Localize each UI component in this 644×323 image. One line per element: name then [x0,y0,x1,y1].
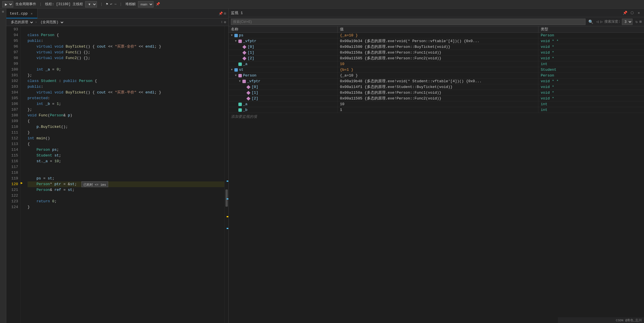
watch-refresh-icon[interactable]: ↻ [635,19,638,24]
watch-row-ps-vfptr-0[interactable]: [0] 0x00a11500 {多态的原理.exe!Person::BuyTic… [229,44,644,50]
watch-title: 监视 1 [231,10,243,15]
ln-115: 115 [6,153,18,158]
watch-row-st-b[interactable]: _b 1 int [229,107,644,113]
current-line-arrow: ▶ [21,181,23,185]
icon-st-vfptr [242,80,246,83]
ln-109: 109 [6,118,18,124]
toolbar-select-stack[interactable]: main [138,1,153,7]
ln-119: 119 [6,176,18,181]
nav-next-icon[interactable]: ▷ [600,19,603,24]
code-line-119: ps = st; [28,176,224,181]
tab-label: test.cpp [10,11,28,16]
minimap-indicator-1 [227,181,228,182]
breadcrumb-settings-icon[interactable]: ⚙ [224,20,226,24]
tab-icon-pin[interactable]: 📌 [219,11,223,16]
toolbar-select-thread[interactable]: ▼ [85,1,97,7]
editor-pane: test.cpp ✕ 📌 ⊟ 多态的原理 › (全局范围) ↕ ⚙ [6,9,229,323]
watch-row-ps-vfptr[interactable]: ▼ _vfptr 0x00a19b34 {多态的原理.exe!void(* Pe… [229,38,644,44]
toolbar-sep-2: | [100,2,102,6]
code-line-108: void Func(Person& p) [28,113,224,118]
search-button[interactable]: 🔍 [587,19,594,25]
ln-101: 101 [6,73,18,78]
code-line-110: p.BuyTicket(); [28,124,224,130]
icon-ps [234,34,238,37]
gutter: ▶ [21,26,25,323]
watch-row-st-a[interactable]: _a 10 int [229,101,644,107]
watch-value-st-vfptr: 0x00a19b48 {多态的原理.exe!void(* Student::vf… [338,79,538,84]
watch-row-st-person[interactable]: ▼ Person {_a=10 } Person [229,73,644,79]
watch-rows: ▼ ps {_a=10 } Person ▼ _vfptr 0x00a19b34… [229,33,644,120]
ln-111: 111 [6,130,18,136]
watch-pin-icon[interactable]: 📌 [622,10,628,16]
icon-st-person [238,74,242,77]
watch-float-icon[interactable]: ⬡ [629,10,635,16]
line-tooltip: 已耗时 <= 1ms [81,181,108,187]
tab-close-button[interactable]: ✕ [29,11,34,16]
depth-select[interactable]: 3 [622,19,633,25]
ln-95: 95 [6,38,18,44]
icon-st-vfptr-2 [246,96,250,100]
ln-94: 94 [6,32,18,38]
watch-type-st-a: int [538,101,644,107]
watch-row-st[interactable]: ▼ st {b=1 } Student [229,67,644,73]
ln-123: 123 [6,199,18,204]
watch-row-ps-vfptr-2[interactable]: [2] 0x00a11505 {多态的原理.exe!Person::Func2(… [229,56,644,61]
code-line-104: virtual void BuyTicket() { cout << "买票-半… [28,90,224,95]
code-line-112: int main() [28,136,224,141]
ln-100: 100 [6,67,18,73]
icon-ps-vfptr-0 [242,45,246,49]
breadcrumb-bar: 多态的原理 › (全局范围) ↕ ⚙ [6,19,228,26]
left-sidebar: ⊞ [0,9,6,323]
watch-type-st-vfptr-1: void * [538,90,644,95]
ln-107: 107 [6,107,18,113]
watch-row-st-vfptr-1[interactable]: [1] 0x00a1150a {多态的原理.exe!Person::Func1(… [229,90,644,96]
watch-name-ps-vfptr-1: [1] [229,50,338,55]
watch-row-st-vfptr[interactable]: ▼ _vfptr 0x00a19b48 {多态的原理.exe!void(* St… [229,79,644,84]
breadcrumb-scroll-icon[interactable]: ↕ [221,20,223,24]
watch-row-ps[interactable]: ▼ ps {_a=10 } Person [229,33,644,38]
watch-name-ps-a: _a [229,61,338,67]
editor-scrollbar[interactable] [224,26,228,323]
watch-row-st-vfptr-0[interactable]: [0] 0x00a114f1 {多态的原理.exe!Student::BuyTi… [229,84,644,90]
toolbar-sep-1: | [40,2,42,6]
tab-test-cpp[interactable]: test.cpp ✕ [6,9,38,18]
watch-name-st-vfptr: ▼ _vfptr [229,79,338,84]
code-line-106: int _b = 1; [28,101,224,107]
watch-format-icon[interactable]: ⊞ [639,19,642,24]
watch-type-ps-vfptr-1: void * [538,50,644,55]
lifecycle-label: 生命周期事件 [15,2,36,7]
code-line-113: { [28,141,224,147]
ln-114: 114 [6,147,18,153]
watch-value-st-a: 10 [338,101,538,107]
watch-row-ps-vfptr-1[interactable]: [1] 0x00a1150a {多态的原理.exe!Person::Func1(… [229,50,644,56]
watch-row-st-vfptr-2[interactable]: [2] 0x00a11505 {多态的原理.exe!Person::Func2(… [229,96,644,101]
watch-type-st-b: int [538,107,644,113]
code-line-123: return 0; [28,199,224,204]
search-input[interactable] [231,19,585,25]
code-line-114: Person ps; [28,147,224,153]
minimap-indicator-2 [227,198,228,199]
watch-header-icons: 📌 ⬡ ✕ [622,10,642,16]
breadcrumb-scope-select[interactable]: 多态的原理 [9,20,34,25]
code-lines[interactable]: class Person { public: virtual void BuyT… [25,26,224,323]
status-bar: CSDN @青色_忘川 [558,317,644,323]
sidebar-icon-1: ⊞ [2,10,4,13]
watch-panel: 监视 1 📌 ⬡ ✕ 🔍 ◁ ▷ 搜索深度: 3 ↻ ⊞ 名称 值 类型 [229,9,644,323]
breadcrumb-range-select[interactable]: (全局范围) [38,20,64,25]
icon-ps-a [238,62,242,66]
watch-name-st-person: ▼ Person [229,73,338,78]
watch-row-ps-a[interactable]: _a 10 int [229,61,644,67]
add-watch-row[interactable]: 添加要监视的项 [229,113,644,120]
status-credit: CSDN @青色_忘川 [616,318,642,322]
ln-98: 98 [6,55,18,61]
toolbar-select-1[interactable]: ▶ [2,1,13,7]
watch-type-ps-a: int [538,61,644,67]
ln-106: 106 [6,101,18,107]
minimap-indicator-3 [227,216,228,217]
code-line-111: } [28,130,224,136]
watch-type-ps: Person [538,33,644,38]
tab-icon-split[interactable]: ⊟ [224,11,226,16]
watch-close-icon[interactable]: ✕ [636,10,642,16]
nav-prev-icon[interactable]: ◁ [596,19,598,24]
scroll-thumb [225,189,228,207]
